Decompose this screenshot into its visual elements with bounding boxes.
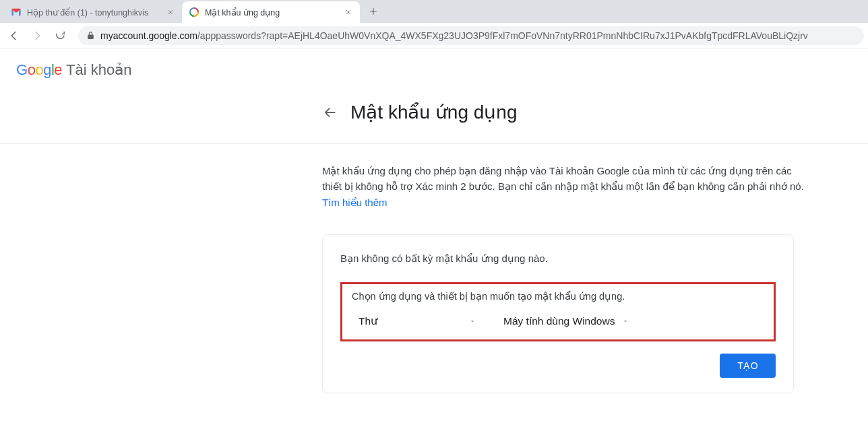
google-header: Google Tài khoản xyxy=(0,48,868,92)
back-button[interactable] xyxy=(4,26,24,46)
product-name: Tài khoản xyxy=(66,61,131,79)
create-button[interactable]: TẠO xyxy=(720,354,776,378)
app-passwords-card: Bạn không có bất kỳ mật khẩu ứng dụng nà… xyxy=(322,234,794,393)
learn-more-link[interactable]: Tìm hiểu thêm xyxy=(322,197,388,208)
browser-tab-apppasswords[interactable]: Mật khẩu ứng dụng xyxy=(182,1,360,23)
select-highlight-box: Chọn ứng dụng và thiết bị bạn muốn tạo m… xyxy=(340,282,776,341)
device-select-value: Máy tính dùng Windows xyxy=(503,315,615,327)
no-passwords-text: Bạn không có bất kỳ mật khẩu ứng dụng nà… xyxy=(340,253,776,265)
description-text: Mật khẩu ứng dụng cho phép bạn đăng nhập… xyxy=(322,165,804,192)
browser-chrome: Hộp thư đến (1) - tonytunghikvis Mật khẩ… xyxy=(0,0,868,48)
app-select[interactable]: Thư xyxy=(359,315,476,327)
close-icon[interactable] xyxy=(166,7,175,17)
device-select[interactable]: Máy tính dùng Windows xyxy=(503,315,629,327)
browser-tab-gmail[interactable]: Hộp thư đến (1) - tonytunghikvis xyxy=(4,1,182,23)
new-tab-button[interactable] xyxy=(364,2,383,21)
close-icon[interactable] xyxy=(344,7,353,17)
tab-title: Hộp thư đến (1) - tonytunghikvis xyxy=(27,7,160,18)
chevron-down-icon xyxy=(621,317,629,325)
chevron-down-icon xyxy=(468,317,476,325)
select-row: Thư Máy tính dùng Windows xyxy=(352,315,764,327)
lock-icon xyxy=(86,31,95,40)
page-title: Mật khẩu ứng dụng xyxy=(350,101,517,123)
google-logo[interactable]: Google xyxy=(16,61,62,79)
page: Google Tài khoản Mật khẩu ứng dụng Mật k… xyxy=(0,48,868,393)
title-bar: Mật khẩu ứng dụng xyxy=(322,101,834,123)
tab-strip: Hộp thư đến (1) - tonytunghikvis Mật khẩ… xyxy=(0,0,868,23)
forward-button[interactable] xyxy=(27,26,47,46)
instruction-text: Chọn ứng dụng và thiết bị bạn muốn tạo m… xyxy=(352,291,764,302)
gmail-icon xyxy=(11,7,22,18)
back-arrow-icon[interactable] xyxy=(322,104,338,121)
card-actions: TẠO xyxy=(340,354,776,378)
address-bar[interactable]: myaccount.google.com/apppasswords?rapt=A… xyxy=(78,26,864,45)
url-path: /apppasswords?rapt=AEjHL4OaeUhW0VnXQA_4W… xyxy=(197,30,808,41)
page-description: Mật khẩu ứng dụng cho phép bạn đăng nhập… xyxy=(322,163,807,210)
tab-title: Mật khẩu ứng dụng xyxy=(205,7,338,18)
browser-toolbar: myaccount.google.com/apppasswords?rapt=A… xyxy=(0,23,868,48)
reload-button[interactable] xyxy=(50,26,70,46)
app-select-value: Thư xyxy=(359,315,377,327)
google-icon xyxy=(189,7,199,18)
main-content: Mật khẩu ứng dụng Mật khẩu ứng dụng cho … xyxy=(322,92,834,393)
url-host: myaccount.google.com xyxy=(100,30,197,41)
url-text: myaccount.google.com/apppasswords?rapt=A… xyxy=(100,30,808,41)
